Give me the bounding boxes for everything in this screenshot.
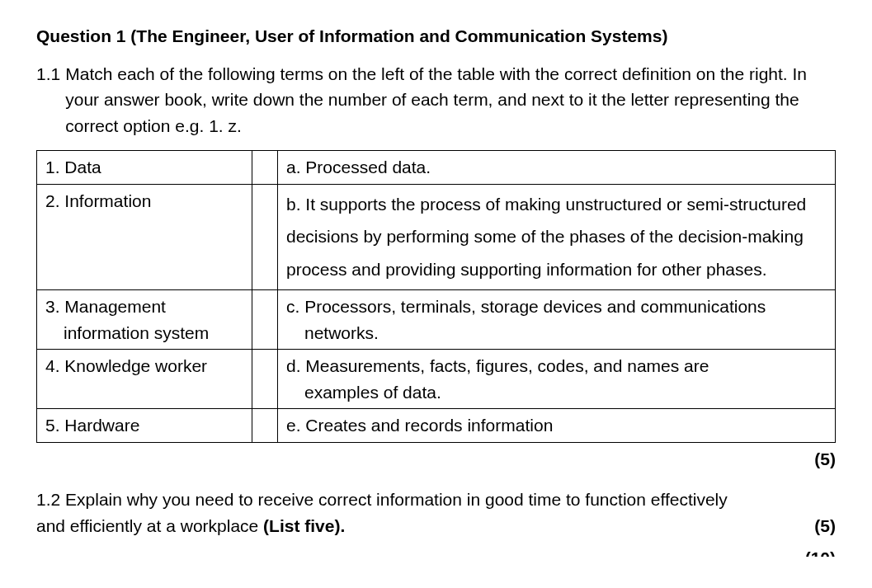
question-header-close: ) (662, 26, 667, 45)
q1-2-line2: and efficiently at a workplace (List fiv… (36, 513, 836, 539)
separator-cell (252, 151, 278, 185)
separator-cell (252, 290, 278, 350)
table-row: 3. Management information system c. Proc… (37, 290, 836, 350)
def-line1: c. Processors, terminals, storage device… (286, 297, 766, 316)
table-row: 1. Data a. Processed data. (37, 151, 836, 185)
separator-cell (252, 350, 278, 409)
term-cell: 3. Management information system (37, 290, 252, 350)
table-row: 5. Hardware e. Creates and records infor… (37, 409, 836, 443)
term-line1: 3. Management (45, 297, 166, 316)
question-topic: The Engineer, User of Information and Co… (136, 26, 662, 45)
table-row: 2. Information b. It supports the proces… (37, 184, 836, 290)
page: Question 1 (The Engineer, User of Inform… (0, 0, 872, 588)
term-line2: information system (45, 320, 243, 346)
term-cell: 1. Data (37, 151, 252, 185)
q1-1-number: 1.1 (36, 61, 60, 139)
q1-2-line1: 1.2 Explain why you need to receive corr… (36, 487, 836, 513)
q1-2: 1.2 Explain why you need to receive corr… (36, 487, 836, 539)
definition-cell: c. Processors, terminals, storage device… (278, 290, 836, 350)
q1-1-instruction: 1.1 Match each of the following terms on… (36, 61, 836, 139)
separator-cell (252, 184, 278, 290)
q1-1-text: Match each of the following terms on the… (65, 61, 836, 139)
q1-2-marks: (5) (814, 513, 836, 539)
total-marks: (10) (36, 545, 836, 557)
separator-cell (252, 409, 278, 443)
definition-cell: b. It supports the process of making uns… (278, 184, 836, 290)
q1-2-text-plain: and efficiently at a workplace (36, 516, 263, 535)
def-line2: networks. (286, 320, 827, 346)
table-row: 4. Knowledge worker d. Measurements, fac… (37, 350, 836, 409)
q1-2-list-five: (List five). (263, 516, 345, 535)
definition-cell: d. Measurements, facts, figures, codes, … (278, 350, 836, 409)
def-line1: d. Measurements, facts, figures, codes, … (286, 356, 709, 375)
q1-1-marks: (5) (36, 446, 836, 473)
term-cell: 5. Hardware (37, 409, 252, 443)
matching-table: 1. Data a. Processed data. 2. Informatio… (36, 150, 836, 443)
definition-cell: a. Processed data. (278, 151, 836, 185)
definition-cell: e. Creates and records information (278, 409, 836, 443)
term-cell: 4. Knowledge worker (37, 350, 252, 409)
question-label: Question 1 ( (36, 26, 136, 45)
q1-2-text-tail: and efficiently at a workplace (List fiv… (36, 513, 345, 539)
term-cell: 2. Information (37, 184, 252, 290)
def-line2: examples of data. (286, 379, 827, 406)
question-header: Question 1 (The Engineer, User of Inform… (36, 23, 836, 49)
